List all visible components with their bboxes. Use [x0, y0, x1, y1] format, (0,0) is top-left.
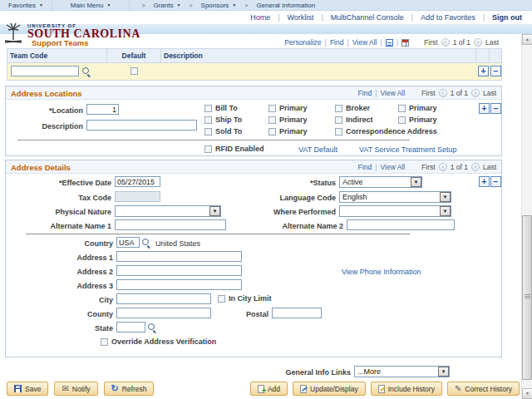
- ship-to-primary-checkbox[interactable]: [268, 116, 276, 124]
- notify-button[interactable]: ✉ Notify: [54, 382, 97, 396]
- chevron-down-icon[interactable]: ▼: [438, 367, 449, 377]
- broker-checkbox[interactable]: [335, 105, 342, 112]
- update-display-button[interactable]: Update/Display: [293, 382, 366, 396]
- state-input[interactable]: [116, 322, 145, 332]
- column-header-description: Description: [161, 49, 476, 62]
- view-all-link[interactable]: View All: [352, 38, 377, 47]
- default-checkbox[interactable]: [131, 67, 138, 75]
- view-phone-information-link[interactable]: View Phone Information: [342, 268, 421, 276]
- home-link[interactable]: Home: [250, 13, 270, 22]
- breadcrumb-separator: >: [185, 2, 195, 8]
- save-icon: [14, 385, 22, 392]
- previous-row-icon[interactable]: ‹: [439, 163, 447, 171]
- sign-out-link[interactable]: Sign out: [492, 13, 522, 22]
- divider: [17, 140, 410, 140]
- chevron-down-icon[interactable]: ▼: [440, 192, 451, 202]
- country-lookup-icon[interactable]: [142, 239, 151, 248]
- save-button[interactable]: Save: [7, 382, 48, 396]
- first-label: First: [424, 38, 438, 47]
- support-teams-data-row: + −: [7, 63, 501, 80]
- previous-row-icon[interactable]: ‹: [441, 38, 450, 47]
- add-row-button[interactable]: +: [479, 103, 490, 114]
- previous-row-icon[interactable]: ‹: [439, 89, 447, 97]
- address2-input[interactable]: [116, 265, 242, 276]
- sold-to-primary-checkbox[interactable]: [268, 128, 276, 135]
- separator: |: [278, 13, 279, 22]
- indirect-primary-checkbox[interactable]: [398, 116, 406, 124]
- physical-nature-select[interactable]: ▼: [115, 205, 221, 217]
- address3-input[interactable]: [116, 279, 242, 290]
- where-performed-select[interactable]: ▼: [339, 205, 451, 217]
- correct-history-button[interactable]: ✎ Correct History: [447, 382, 520, 396]
- override-address-verification-checkbox[interactable]: [101, 338, 108, 346]
- download-to-excel-icon[interactable]: [401, 39, 409, 47]
- vat-service-treatment-setup-link[interactable]: VAT Service Treatment Setup: [359, 145, 457, 154]
- team-code-input[interactable]: [11, 66, 79, 76]
- find-link[interactable]: Find: [358, 163, 372, 171]
- main-menu[interactable]: Main Menu ▼: [52, 0, 131, 11]
- effective-date-input[interactable]: [115, 176, 160, 187]
- refresh-button[interactable]: ↻ Refresh: [104, 382, 155, 396]
- scroll-up-icon[interactable]: ▲: [522, 34, 532, 45]
- column-header-team-code: Team Code: [7, 49, 107, 62]
- next-row-icon[interactable]: ›: [471, 163, 480, 171]
- scroll-down-icon[interactable]: ▼: [522, 388, 532, 399]
- team-code-lookup-icon[interactable]: [82, 67, 91, 76]
- address1-input[interactable]: [116, 251, 242, 262]
- delete-row-button[interactable]: −: [490, 66, 501, 76]
- breadcrumb: Favorites ▼ Main Menu ▼ > Grants ▼ > Spo…: [0, 0, 532, 11]
- postal-input[interactable]: [272, 308, 322, 318]
- breadcrumb-item-sponsors[interactable]: Sponsors ▼: [196, 2, 242, 9]
- favorites-menu[interactable]: Favorites ▼: [0, 0, 52, 11]
- chevron-down-icon[interactable]: ▼: [411, 177, 421, 187]
- worklist-link[interactable]: Worklist: [288, 13, 314, 22]
- indirect-checkbox[interactable]: [335, 116, 342, 124]
- ship-to-checkbox[interactable]: [204, 116, 212, 124]
- alternate-name1-input[interactable]: [115, 219, 226, 230]
- vertical-scrollbar[interactable]: ▲ ▼: [521, 34, 532, 399]
- view-all-link[interactable]: View All: [381, 163, 406, 171]
- scrollbar-thumb[interactable]: [522, 215, 532, 380]
- language-code-label: Language Code: [255, 194, 336, 202]
- toolbar-right: Add Update/Display Include History ✎ Cor…: [250, 382, 520, 396]
- correspondence-address-checkbox[interactable]: [335, 128, 342, 135]
- physical-nature-label: Physical Nature: [14, 208, 111, 216]
- breadcrumb-item-grants[interactable]: Grants ▼: [148, 2, 185, 9]
- next-row-icon[interactable]: ›: [471, 89, 480, 97]
- delete-row-button[interactable]: −: [490, 103, 501, 114]
- general-info-links-select[interactable]: ...More ▼: [354, 366, 450, 377]
- chevron-down-icon[interactable]: ▼: [209, 206, 220, 216]
- personalize-link[interactable]: Personalize: [284, 38, 321, 47]
- support-teams-toolbar: Personalize | Find | View All | | First …: [284, 38, 499, 47]
- bill-to-primary-checkbox[interactable]: [268, 105, 276, 112]
- add-row-button[interactable]: +: [479, 176, 490, 187]
- include-history-button[interactable]: Include History: [371, 382, 442, 396]
- bill-to-checkbox[interactable]: [204, 105, 212, 112]
- next-row-icon[interactable]: ›: [474, 38, 482, 47]
- delete-row-button[interactable]: −: [490, 176, 501, 187]
- alternate-name2-input[interactable]: [347, 219, 455, 230]
- in-city-limit-checkbox[interactable]: [218, 295, 225, 303]
- vat-default-link[interactable]: VAT Default: [298, 145, 337, 154]
- status-select[interactable]: Active ▼: [339, 176, 422, 188]
- county-input[interactable]: [116, 308, 211, 318]
- find-link[interactable]: Find: [330, 38, 344, 47]
- view-all-link[interactable]: View All: [381, 89, 406, 97]
- zoom-grid-icon[interactable]: [386, 39, 393, 47]
- state-lookup-icon[interactable]: [148, 323, 157, 332]
- city-input[interactable]: [116, 293, 211, 304]
- find-link[interactable]: Find: [358, 89, 372, 97]
- add-button[interactable]: Add: [250, 382, 288, 396]
- chevron-down-icon[interactable]: ▼: [440, 206, 451, 216]
- broker-primary-checkbox[interactable]: [398, 105, 406, 112]
- rfid-enabled-checkbox[interactable]: [204, 145, 212, 153]
- country-label: Country: [14, 239, 113, 248]
- add-row-button[interactable]: +: [478, 66, 489, 76]
- multichannel-console-link[interactable]: MultiChannel Console: [331, 13, 404, 22]
- country-input[interactable]: [116, 237, 140, 248]
- row-count: 1 of 1: [451, 163, 468, 171]
- language-code-select[interactable]: English ▼: [339, 191, 451, 203]
- sold-to-checkbox[interactable]: [204, 128, 212, 135]
- add-to-favorites-link[interactable]: Add to Favorites: [421, 13, 475, 22]
- last-label: Last: [485, 38, 499, 47]
